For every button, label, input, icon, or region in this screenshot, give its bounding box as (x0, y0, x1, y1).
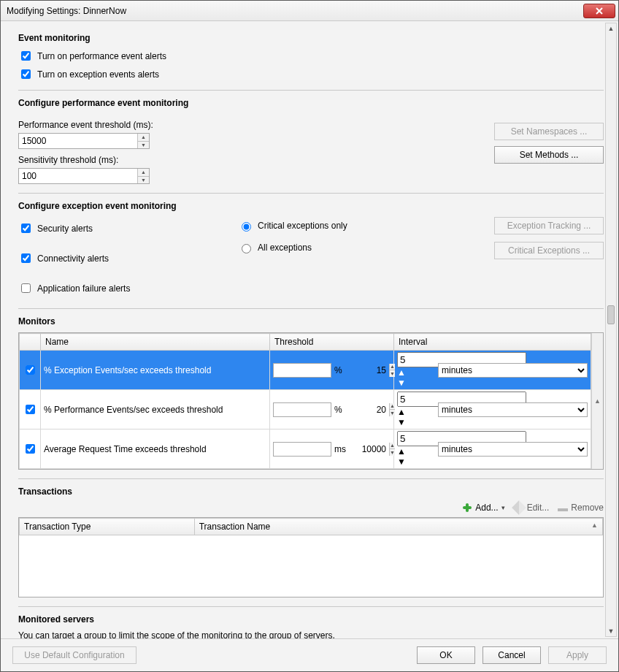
chevron-up-icon: ▲ (594, 397, 601, 405)
monitor-threshold-input[interactable]: ▲▼ (273, 402, 331, 417)
remove-transaction-button[interactable]: Remove (558, 503, 604, 513)
spin-down-icon[interactable]: ▼ (390, 410, 395, 416)
pencil-icon (512, 500, 526, 515)
monitor-name: % Performance Events/sec exceeds thresho… (41, 390, 270, 429)
remove-label: Remove (571, 503, 604, 513)
security-alerts-checkbox[interactable] (21, 224, 31, 233)
add-transaction-button[interactable]: Add... ▾ (462, 503, 504, 513)
monitors-scrollbar[interactable]: ▲ (591, 333, 603, 469)
monitor-threshold-input[interactable]: ▲▼ (273, 442, 331, 457)
chevron-up-icon: ▲ (608, 25, 615, 32)
servers-heading: Monitored servers (18, 614, 604, 625)
exc-config-heading: Configure exception event monitoring (18, 201, 604, 211)
monitor-threshold-unit: % (334, 405, 342, 415)
apply-button[interactable]: Apply (548, 646, 607, 664)
monitor-threshold-input[interactable]: ▲▼ (273, 363, 331, 378)
table-row[interactable]: Average Request Time exceeds threshold ▲… (20, 429, 591, 469)
sensitivity-label: Sensitivity threshold (ms): (18, 155, 443, 165)
exc-alerts-label: Turn on exception events alerts (37, 69, 159, 80)
spin-down-icon[interactable]: ▼ (138, 177, 149, 184)
monitors-col-check[interactable] (20, 334, 41, 351)
edit-transaction-button[interactable]: Edit... (514, 503, 550, 513)
monitor-interval-input[interactable]: ▲▼ (397, 352, 435, 388)
monitor-row-checkbox[interactable] (26, 365, 35, 375)
monitor-interval-unit-select[interactable]: minutes (438, 402, 588, 417)
perf-alerts-checkbox[interactable] (21, 51, 31, 61)
transactions-table: Transaction Type Transaction Name▲ (18, 517, 604, 597)
transactions-toolbar: Add... ▾ Edit... Remove (18, 503, 604, 513)
spin-up-icon[interactable]: ▲ (397, 407, 435, 417)
spin-down-icon[interactable]: ▼ (390, 370, 395, 377)
critical-only-radio[interactable] (242, 222, 251, 232)
connectivity-alerts-label: Connectivity alerts (37, 253, 109, 264)
sort-asc-icon: ▲ (591, 522, 598, 529)
transactions-col-type[interactable]: Transaction Type (20, 519, 195, 535)
perf-threshold-value[interactable] (19, 134, 137, 148)
all-exceptions-label: All exceptions (258, 243, 312, 253)
appfail-alerts-label: Application failure alerts (37, 283, 130, 294)
minus-icon (558, 508, 568, 511)
monitors-col-threshold[interactable]: Threshold (270, 334, 394, 351)
ok-button[interactable]: OK (417, 646, 475, 664)
sensitivity-value[interactable] (19, 169, 137, 183)
dialog-footer: Use Default Configuration OK Cancel Appl… (1, 638, 618, 671)
spin-down-icon[interactable]: ▼ (138, 142, 149, 149)
spin-down-icon[interactable]: ▼ (390, 449, 395, 456)
monitor-interval-input[interactable]: ▲▼ (397, 431, 435, 467)
spin-down-icon[interactable]: ▼ (397, 457, 435, 467)
monitor-threshold-unit: % (334, 365, 342, 375)
edit-label: Edit... (527, 503, 550, 513)
monitor-interval-input[interactable]: ▲▼ (397, 392, 435, 427)
monitor-interval-unit-select[interactable]: minutes (438, 363, 588, 378)
monitors-col-name[interactable]: Name (41, 334, 270, 351)
set-methods-button[interactable]: Set Methods ... (494, 146, 604, 164)
set-namespaces-button[interactable]: Set Namespaces ... (494, 123, 604, 140)
spin-up-icon[interactable]: ▲ (390, 403, 395, 411)
spin-up-icon[interactable]: ▲ (138, 134, 149, 142)
monitor-interval-unit-select[interactable]: minutes (438, 442, 588, 457)
separator (18, 606, 604, 607)
scrollbar-thumb[interactable] (607, 305, 615, 324)
client-area: Event monitoring Turn on performance eve… (1, 21, 618, 671)
settings-dialog: Modifying Settings: DinnerNow Event moni… (0, 0, 619, 672)
all-exceptions-radio[interactable] (242, 244, 251, 253)
perf-alerts-label: Turn on performance event alerts (37, 51, 166, 61)
window-title: Modifying Settings: DinnerNow (7, 6, 583, 16)
spin-up-icon[interactable]: ▲ (390, 443, 395, 450)
table-row[interactable]: % Exception Events/sec exceeds threshold… (20, 351, 591, 390)
monitor-name: % Exception Events/sec exceeds threshold (41, 351, 270, 390)
exc-alerts-checkbox[interactable] (21, 69, 31, 79)
spin-up-icon[interactable]: ▲ (397, 446, 435, 457)
default-config-button[interactable]: Use Default Configuration (12, 646, 137, 664)
main-scrollbar[interactable]: ▲ ▼ (605, 23, 617, 637)
separator (18, 193, 604, 194)
critical-only-label: Critical exceptions only (258, 221, 347, 231)
perf-threshold-input[interactable]: ▲▼ (18, 133, 150, 149)
perf-config-heading: Configure performance event monitoring (18, 98, 604, 108)
spin-down-icon[interactable]: ▼ (397, 417, 435, 427)
appfail-alerts-checkbox[interactable] (21, 283, 31, 293)
chevron-down-icon: ▼ (608, 627, 615, 635)
add-label: Add... (475, 503, 498, 513)
separator (18, 90, 604, 91)
event-monitoring-heading: Event monitoring (18, 33, 604, 43)
monitor-row-checkbox[interactable] (26, 444, 35, 454)
connectivity-alerts-checkbox[interactable] (21, 253, 31, 263)
monitor-name: Average Request Time exceeds threshold (41, 429, 270, 469)
transactions-heading: Transactions (18, 486, 604, 497)
plus-icon (462, 503, 472, 513)
sensitivity-input[interactable]: ▲▼ (18, 168, 150, 184)
spin-up-icon[interactable]: ▲ (138, 169, 149, 177)
close-button[interactable] (583, 4, 615, 18)
monitor-row-checkbox[interactable] (26, 405, 35, 414)
transactions-col-name[interactable]: Transaction Name▲ (194, 519, 602, 535)
table-row[interactable]: % Performance Events/sec exceeds thresho… (20, 390, 591, 429)
monitors-col-interval[interactable]: Interval (394, 334, 591, 351)
critical-exceptions-button[interactable]: Critical Exceptions ... (494, 242, 604, 259)
monitors-table: Name Threshold Interval % Exception Even… (18, 332, 604, 470)
cancel-button[interactable]: Cancel (482, 646, 541, 664)
spin-down-icon[interactable]: ▼ (397, 378, 435, 388)
exception-tracking-button[interactable]: Exception Tracking ... (494, 217, 604, 234)
spin-up-icon[interactable]: ▲ (397, 367, 435, 378)
spin-up-icon[interactable]: ▲ (390, 364, 395, 371)
